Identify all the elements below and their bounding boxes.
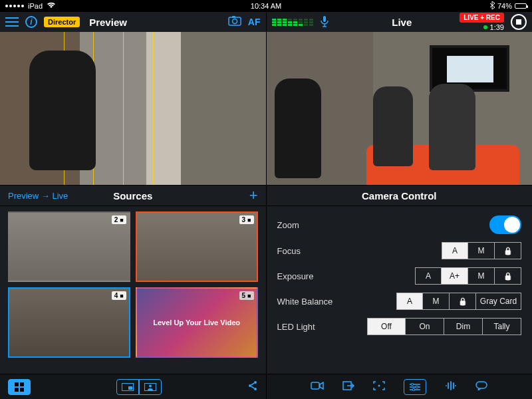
exposure-label: Exposure <box>277 271 416 281</box>
svg-point-1 <box>232 19 237 24</box>
svg-rect-4 <box>15 382 19 386</box>
rec-timer: 1:39 <box>483 23 504 31</box>
preview-title: Preview <box>89 17 127 28</box>
led-segment: Off On Dim Tally <box>367 318 521 335</box>
ios-status-bar: iPad 10:34 AM 74% <box>0 0 532 12</box>
svg-rect-5 <box>20 382 24 386</box>
focus-manual-button[interactable]: M <box>468 242 495 259</box>
exposure-aplus-button[interactable]: A+ <box>442 267 468 285</box>
focus-label: Focus <box>277 246 442 256</box>
svg-point-20 <box>412 388 415 391</box>
zoom-toggle[interactable] <box>489 215 521 234</box>
exposure-marker-icon[interactable]: ☀ <box>73 105 82 118</box>
svg-rect-21 <box>476 382 487 388</box>
person-frame-button[interactable] <box>139 379 162 395</box>
exposure-m-button[interactable]: M <box>468 267 495 285</box>
led-off-button[interactable]: Off <box>367 318 406 335</box>
videocam-icon: ■ <box>247 217 251 223</box>
zoom-label: Zoom <box>277 220 490 230</box>
info-icon[interactable]: i <box>25 16 37 28</box>
source-thumb[interactable]: 3■ <box>136 211 258 282</box>
exposure-a-button[interactable]: A <box>415 267 442 285</box>
sources-title: Sources <box>113 190 152 201</box>
wb-segment: A M Gray Card <box>396 293 521 310</box>
svg-point-11 <box>149 384 152 387</box>
live-monitor[interactable] <box>266 32 533 185</box>
focus-segment: A M <box>442 242 521 259</box>
live-rec-badge: LIVE + REC <box>460 13 504 23</box>
app-header: i Director Preview AF Live LIVE + REC 1:… <box>0 12 532 32</box>
battery-percent: 74% <box>497 2 512 10</box>
wb-a-button[interactable]: A <box>396 293 423 310</box>
svg-rect-7 <box>20 388 24 392</box>
preview-to-live-button[interactable]: Preview → Live <box>8 191 68 201</box>
videocam-icon: ■ <box>120 217 123 223</box>
share-icon[interactable] <box>247 380 258 394</box>
camera-control-title: Camera Control <box>362 190 437 201</box>
audio-meter <box>272 19 313 26</box>
svg-rect-2 <box>232 16 235 18</box>
audio-wave-icon[interactable] <box>445 381 457 393</box>
sources-grid: 2■ 3■ 4■ 5■ Level Up Your Live Video <box>0 206 266 363</box>
led-on-button[interactable]: On <box>406 318 444 335</box>
led-tally-button[interactable]: Tally <box>483 318 521 335</box>
chat-icon[interactable] <box>475 381 487 393</box>
add-source-button[interactable]: + <box>249 187 258 204</box>
wb-lock-button[interactable] <box>450 293 476 310</box>
signal-dots-icon <box>5 5 24 7</box>
svg-rect-9 <box>128 386 132 390</box>
focus-point-icon[interactable] <box>373 381 385 393</box>
wb-graycard-button[interactable]: Gray Card <box>476 293 521 310</box>
videocam-icon[interactable] <box>311 381 324 393</box>
led-dim-button[interactable]: Dim <box>444 318 483 335</box>
live-title: Live <box>392 17 412 28</box>
focus-lock-button[interactable] <box>495 242 521 259</box>
source-thumb[interactable]: 4■ <box>8 287 130 358</box>
svg-rect-15 <box>311 382 319 389</box>
microphone-icon[interactable] <box>320 15 329 29</box>
director-badge: Director <box>44 17 80 27</box>
menu-icon[interactable] <box>5 17 19 27</box>
svg-point-17 <box>378 384 380 386</box>
battery-icon <box>515 3 527 9</box>
exposure-lock-button[interactable] <box>495 267 521 285</box>
svg-point-19 <box>416 386 418 388</box>
clock: 10:34 AM <box>251 2 281 10</box>
grid-view-button[interactable] <box>8 379 31 395</box>
output-icon[interactable] <box>342 381 354 393</box>
source-thumb[interactable]: 5■ Level Up Your Live Video <box>136 287 258 358</box>
svg-point-18 <box>411 383 414 386</box>
stop-button[interactable] <box>511 14 527 30</box>
focus-auto-button[interactable]: A <box>442 242 468 259</box>
wb-label: White Balance <box>277 297 397 307</box>
wb-m-button[interactable]: M <box>423 293 450 310</box>
exposure-segment: A A+ M <box>415 267 521 285</box>
source-thumb[interactable]: 2■ <box>8 211 130 282</box>
svg-rect-6 <box>15 388 19 392</box>
sliders-button[interactable] <box>404 379 426 395</box>
pip-button[interactable] <box>116 379 139 395</box>
svg-rect-3 <box>323 16 326 22</box>
camera-icon[interactable] <box>228 15 241 29</box>
wifi-icon <box>47 2 56 10</box>
source-overlay-text: Level Up Your Live Video <box>137 289 257 356</box>
preview-monitor[interactable]: ☀ <box>0 32 266 185</box>
autofocus-button[interactable]: AF <box>248 17 261 27</box>
led-label: LED Light <box>277 322 368 332</box>
bluetooth-icon <box>489 1 495 11</box>
videocam-icon: ■ <box>120 293 123 299</box>
device-label: iPad <box>28 2 43 10</box>
